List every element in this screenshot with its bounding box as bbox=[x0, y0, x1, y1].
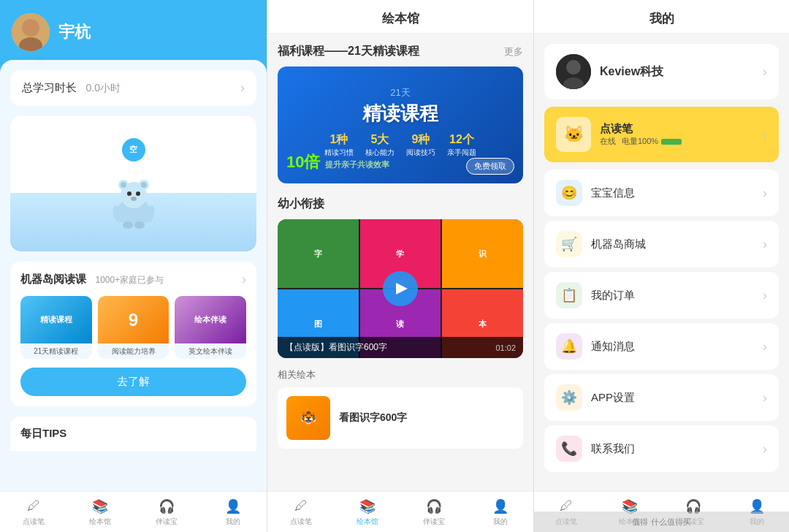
nav-huibenguan[interactable]: 📚 绘本馆 bbox=[66, 492, 133, 532]
menu-chevron-3: › bbox=[763, 339, 767, 354]
banner-title: 精读课程 bbox=[286, 101, 514, 126]
course-item-1[interactable]: 精读课程 21天精读课程 bbox=[20, 296, 92, 359]
section1-header: 福利课程——21天精读课程 更多 bbox=[278, 44, 523, 59]
banner-card[interactable]: 21天 精读课程 1种 精读习惯 5大 核心能力 9种 阅读技巧 bbox=[278, 66, 523, 183]
menu-label-orders: 我的订单 bbox=[591, 289, 635, 303]
profile-avatar bbox=[556, 54, 591, 89]
bear-section: 空 bbox=[10, 116, 256, 251]
device-left: 🐱 点读笔 在线 电量100% bbox=[556, 117, 682, 152]
middle-content: 福利课程——21天精读课程 更多 21天 精读课程 1种 精读习惯 5大 核心能… bbox=[267, 34, 533, 491]
menu-item-orders[interactable]: 📋 我的订单 › bbox=[544, 272, 779, 319]
play-button[interactable] bbox=[383, 271, 418, 306]
related-books-title: 相关绘本 bbox=[278, 368, 523, 381]
middle-panel: 绘本馆 福利课程——21天精读课程 更多 21天 精读课程 1种 精读习惯 5大… bbox=[267, 0, 534, 532]
chevron-right-icon: › bbox=[240, 80, 245, 96]
menu-item-contact-left: 📞 联系我们 bbox=[556, 436, 635, 462]
avatar[interactable] bbox=[12, 13, 50, 51]
mnav-huibenguan-icon: 📚 bbox=[359, 498, 376, 515]
menu-item-shop[interactable]: 🛒 机器岛商城 › bbox=[544, 221, 779, 267]
course-item-2[interactable]: 9 阅读能力培养 bbox=[98, 296, 169, 359]
left-header: 宇杭 bbox=[0, 0, 267, 60]
orders-icon: 📋 bbox=[556, 282, 582, 308]
mnav-diandubi-icon: 🖊 bbox=[292, 498, 310, 515]
notify-icon: 🔔 bbox=[556, 333, 582, 360]
menu-item-contact[interactable]: 📞 联系我们 › bbox=[544, 425, 779, 472]
video-bottom-bar: 【点读版】看图识字600字 01:02 bbox=[278, 337, 523, 358]
nav-bandubao[interactable]: 🎧 伴读宝 bbox=[134, 492, 200, 532]
section2-header: 幼小衔接 bbox=[278, 197, 523, 212]
right-content: Keview科技 › 🐱 点读笔 在线 电量100% bbox=[534, 34, 789, 491]
menu-label-contact: 联系我们 bbox=[591, 442, 635, 456]
bear-svg bbox=[104, 164, 163, 230]
device-card[interactable]: 🐱 点读笔 在线 电量100% › bbox=[544, 107, 779, 162]
svg-point-7 bbox=[121, 182, 126, 188]
profile-card[interactable]: Keview科技 › bbox=[544, 44, 779, 99]
menu-label-settings: APP设置 bbox=[591, 391, 635, 405]
menu-chevron-1: › bbox=[763, 237, 767, 252]
video-cell-3: 识 bbox=[442, 219, 523, 288]
device-chevron-icon: › bbox=[763, 127, 767, 142]
mnav-mine-icon: 👤 bbox=[492, 498, 509, 515]
nav-diandubi-label: 点读笔 bbox=[23, 517, 45, 527]
menu-list: 😊 宝宝信息 › 🛒 机器岛商城 › 📋 我的订单 › bbox=[544, 170, 779, 472]
video-cell-1: 字 bbox=[278, 219, 359, 288]
menu-label-baby: 宝宝信息 bbox=[591, 186, 635, 200]
mnav-huibenguan[interactable]: 📚 绘本馆 bbox=[334, 492, 400, 532]
nav-mine[interactable]: 👤 我的 bbox=[200, 492, 267, 532]
mnav-diandubi[interactable]: 🖊 点读笔 bbox=[267, 492, 334, 532]
mnav-diandubi-label: 点读笔 bbox=[290, 517, 312, 527]
course-item-img-1: 精读课程 bbox=[20, 296, 92, 343]
huibenguan-icon: 📚 bbox=[91, 498, 109, 515]
device-icon: 🐱 bbox=[556, 117, 591, 152]
ten-x-label: 10倍 提升亲子共读效率 bbox=[286, 151, 389, 173]
menu-chevron-0: › bbox=[763, 186, 767, 201]
mnav-mine[interactable]: 👤 我的 bbox=[467, 492, 533, 532]
course-subtitle: 1000+家庭已参与 bbox=[95, 275, 164, 285]
cloud-1 bbox=[25, 129, 65, 142]
cloud-2 bbox=[209, 138, 238, 148]
shop-icon: 🛒 bbox=[556, 231, 582, 257]
section2-title: 幼小衔接 bbox=[278, 197, 324, 212]
svg-point-8 bbox=[141, 182, 147, 188]
course-title: 机器岛阅读课 bbox=[20, 273, 86, 285]
svg-point-1 bbox=[22, 19, 39, 37]
mnav-bandubao-icon: 🎧 bbox=[425, 498, 443, 515]
study-time-card[interactable]: 总学习时长 0.0小时 › bbox=[10, 70, 256, 106]
menu-item-notify-left: 🔔 通知消息 bbox=[556, 333, 635, 360]
baby-icon: 😊 bbox=[556, 180, 582, 206]
menu-item-baby[interactable]: 😊 宝宝信息 › bbox=[544, 170, 779, 216]
video-card[interactable]: 字 学 识 图 读 本 【点读版】看图识字600字 01:02 bbox=[278, 219, 523, 358]
menu-item-notify[interactable]: 🔔 通知消息 › bbox=[544, 323, 779, 370]
study-time-value: 0.0小时 bbox=[85, 82, 120, 94]
left-bottom-nav: 🖊 点读笔 📚 绘本馆 🎧 伴读宝 👤 我的 bbox=[0, 491, 267, 532]
contact-icon: 📞 bbox=[556, 436, 582, 462]
reading-course-card: 机器岛阅读课 1000+家庭已参与 › 精读课程 21天精读课程 9 阅读能力培… bbox=[10, 262, 256, 406]
banner-day-label: 21天 bbox=[286, 86, 514, 99]
course-item-3[interactable]: 绘本伴读 英文绘本伴读 bbox=[175, 296, 246, 359]
course-item-label-2: 阅读能力培养 bbox=[110, 343, 157, 359]
bandubao-icon: 🎧 bbox=[158, 498, 175, 515]
menu-item-settings-left: ⚙️ APP设置 bbox=[556, 384, 635, 411]
nav-mine-label: 我的 bbox=[226, 517, 240, 527]
mnav-bandubao[interactable]: 🎧 伴读宝 bbox=[400, 492, 467, 532]
bear-figure: 空 bbox=[104, 138, 163, 230]
study-time-label: 总学习时长 bbox=[22, 81, 77, 94]
play-triangle-icon bbox=[396, 283, 408, 294]
book-card[interactable]: 🐯 看图识字600字 bbox=[278, 387, 523, 449]
course-item-img-2: 9 bbox=[98, 296, 169, 343]
nav-diandubi[interactable]: 🖊 点读笔 bbox=[0, 492, 66, 532]
course-item-label-3: 英文绘本伴读 bbox=[187, 343, 234, 359]
free-btn[interactable]: 免费领取 bbox=[466, 158, 514, 175]
watermark-bar: 值得 什么值得买 bbox=[534, 512, 789, 532]
learn-more-button[interactable]: 去了解 bbox=[20, 368, 246, 396]
watermark-text: 值得 什么值得买 bbox=[632, 517, 690, 528]
settings-icon: ⚙️ bbox=[556, 384, 582, 411]
svg-point-10 bbox=[136, 191, 140, 196]
menu-item-settings[interactable]: ⚙️ APP设置 › bbox=[544, 374, 779, 421]
menu-chevron-4: › bbox=[763, 390, 767, 406]
svg-point-9 bbox=[127, 191, 132, 196]
more-link[interactable]: 更多 bbox=[504, 45, 523, 58]
device-status: 在线 电量100% bbox=[600, 136, 682, 147]
battery-fill bbox=[661, 139, 682, 145]
profile-chevron-icon: › bbox=[763, 64, 767, 80]
